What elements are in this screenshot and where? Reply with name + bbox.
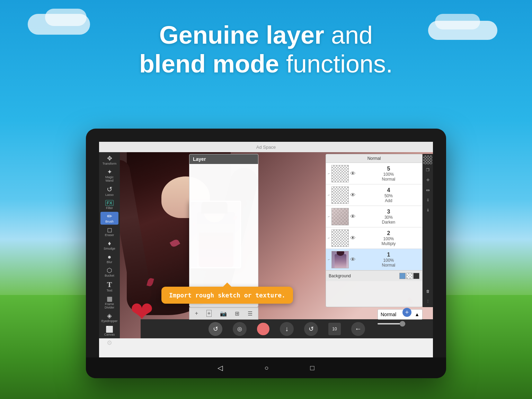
- tablet-screen: Ad Space ✥ Transform ✦ Magic Wand ↺ Lass…: [99, 142, 433, 357]
- layer-3-thumb: [331, 208, 349, 225]
- tooltip-text: Import rough sketch or texture.: [169, 292, 285, 299]
- layer-2-num: 2: [357, 230, 420, 236]
- layer-3-blend: Darken: [357, 220, 420, 225]
- tool-brush-label: Brush: [105, 220, 114, 223]
- nav-back[interactable]: ◁: [218, 364, 223, 372]
- tool-settings[interactable]: ⚙: [100, 338, 118, 347]
- headline: Genuine layer and blend mode functions.: [0, 21, 532, 78]
- nav-square[interactable]: □: [310, 364, 314, 372]
- layer-4-opacity: 50%: [357, 193, 420, 198]
- layer-5-blend: Normal: [357, 177, 420, 182]
- layer-1-num: 1: [357, 252, 420, 258]
- blend-mode-dropdown[interactable]: Normal ▲: [378, 309, 423, 320]
- tool-text-label: Text: [107, 289, 113, 292]
- tool-blur[interactable]: ● Blur: [100, 252, 118, 265]
- bucket-icon: ⬡: [107, 267, 112, 274]
- layer-3-anchor: ⌐: [328, 215, 330, 218]
- eyedropper-icon: ◈: [107, 313, 112, 319]
- layer-5-eye[interactable]: 👁: [350, 171, 356, 177]
- camera-icon[interactable]: 📷: [220, 310, 227, 317]
- tool-smudge-label: Smudge: [104, 247, 115, 250]
- tool-canvas[interactable]: ⬜ Canvas: [100, 325, 118, 338]
- tool-eyedropper-label: Eyedropper: [101, 319, 118, 323]
- page-num-btn[interactable]: 10: [328, 323, 341, 335]
- layer-4-num: 4: [357, 187, 420, 193]
- layer-4-eye[interactable]: 👁: [350, 192, 356, 198]
- nav-home[interactable]: ○: [264, 364, 268, 372]
- more-options-btn[interactable]: ⋮: [423, 297, 432, 306]
- layer-3-eye[interactable]: 👁: [350, 214, 356, 220]
- bg-color-checker: [406, 273, 413, 279]
- opacity-thumb[interactable]: [400, 321, 405, 327]
- tool-canvas-label: Canvas: [104, 333, 115, 336]
- checker-pattern-btn[interactable]: [423, 155, 432, 164]
- tool-eyedropper[interactable]: ◈ Eyedropper: [100, 311, 118, 324]
- lasso-icon: ↺: [107, 186, 113, 193]
- layer-row-1[interactable]: ⌐ 👁 1 100% Normal: [326, 249, 422, 270]
- back-arrow-btn[interactable]: ←: [351, 322, 365, 336]
- layer-row-3[interactable]: ⌐ 👁 3 30% Darken: [326, 206, 422, 227]
- layer-4-info: 4 50% Add: [357, 187, 420, 203]
- layer-row-4[interactable]: ⌐ 👁 4 50% Add: [326, 184, 422, 206]
- layer-panel-title: Layer: [193, 156, 206, 162]
- tool-lasso[interactable]: ↺ Lasso: [100, 184, 118, 198]
- blur-icon: ●: [108, 254, 112, 260]
- tool-filter[interactable]: FX Filter: [100, 199, 118, 211]
- tool-transform-label: Transform: [103, 162, 117, 165]
- layer-1-eye[interactable]: 👁: [350, 257, 356, 263]
- tool-eraser[interactable]: ◻ Eraser: [100, 225, 118, 238]
- eraser-icon: ◻: [107, 227, 112, 233]
- opacity-slider-row[interactable]: +: [378, 320, 423, 328]
- layer-1-info: 1 100% Normal: [357, 252, 420, 268]
- undo-btn[interactable]: ↺: [304, 322, 318, 336]
- tool-smudge[interactable]: ♦ Smudge: [100, 239, 118, 252]
- download-btn[interactable]: ↓: [280, 322, 294, 336]
- layer-1-blend: Normal: [357, 263, 420, 268]
- tool-magic-wand-label: Magic Wand: [101, 175, 118, 182]
- merge-all-btn[interactable]: ⇓: [423, 206, 432, 215]
- text-icon: T: [107, 281, 112, 288]
- tool-eraser-label: Eraser: [105, 233, 114, 237]
- add-btn[interactable]: +: [402, 308, 411, 317]
- more-icon[interactable]: ☰: [248, 310, 252, 317]
- add-layer-icon[interactable]: +: [195, 310, 198, 316]
- layers-panel: Normal ⌐ 👁 5 100% Normal: [326, 154, 423, 307]
- layer-row-2[interactable]: ⌐ 👁 2 100% Multiply: [326, 227, 422, 249]
- layer-5-thumb: [331, 165, 349, 182]
- tool-transform[interactable]: ✥ Transform: [100, 154, 118, 167]
- opacity-track[interactable]: [378, 323, 405, 324]
- layer-bottom-bar[interactable]: + + 📷 ⊞ ☰: [189, 307, 258, 320]
- settings-icon: ⚙: [107, 340, 112, 346]
- bg-color-blue: [399, 273, 406, 279]
- tool-frame-divider[interactable]: ▦ Frame Divider: [100, 294, 118, 311]
- tool-magic-wand[interactable]: ✦ Magic Wand: [100, 167, 118, 184]
- color-picker-btn[interactable]: [257, 323, 269, 335]
- layer-1-opacity: 100%: [357, 258, 420, 263]
- layer-panel-header: Layer: [189, 154, 258, 164]
- lasso-select-btn[interactable]: ↺: [209, 322, 222, 336]
- tool-text[interactable]: T Text: [100, 279, 118, 294]
- grid-icon[interactable]: ⊞: [235, 310, 239, 317]
- transform-icon: ✥: [107, 155, 112, 162]
- move-btn[interactable]: ✛: [423, 175, 432, 184]
- layers-top-normal: Normal: [326, 154, 422, 163]
- background-colors: [399, 273, 419, 279]
- flip-h-btn[interactable]: ⇔: [423, 185, 432, 194]
- delete-layer-btn[interactable]: 🗑: [423, 287, 432, 296]
- tool-brush[interactable]: ✏ Brush: [100, 212, 118, 225]
- layer-4-anchor: ⌐: [328, 193, 330, 197]
- headline-bold2: blend mode: [139, 50, 279, 78]
- layer-row-5[interactable]: ⌐ 👁 5 100% Normal: [326, 163, 422, 184]
- add-layer2-icon[interactable]: +: [206, 310, 212, 317]
- background-row[interactable]: Background: [326, 270, 422, 281]
- copy-layer-btn[interactable]: ❐: [423, 165, 432, 174]
- tool-blur-label: Blur: [107, 260, 112, 264]
- nav-bar: ◁ ○ □: [86, 357, 446, 378]
- tool-sidebar: ✥ Transform ✦ Magic Wand ↺ Lasso FX Filt…: [99, 152, 120, 338]
- layer-2-eye[interactable]: 👁: [350, 235, 356, 241]
- radial-btn[interactable]: ◎: [233, 322, 247, 336]
- layer-1-anchor: ⌐: [328, 258, 330, 261]
- merge-down-btn[interactable]: ⇩: [423, 196, 432, 205]
- tool-bucket[interactable]: ⬡ Bucket: [100, 266, 118, 279]
- canvas-icon: ⬜: [106, 326, 113, 332]
